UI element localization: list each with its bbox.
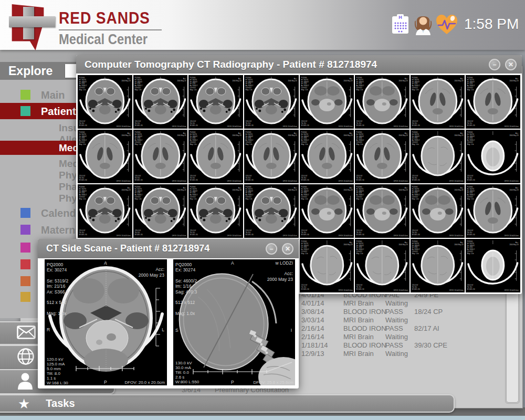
sidebar-item-main[interactable]: Main (0, 87, 86, 103)
brand-title: RED SANDS (59, 8, 150, 28)
ct-thumbnail[interactable]: PQ2000Ex: 30274Se: 4600/2Im: 2/16Ax: S36… (466, 184, 520, 238)
ct-thumbnail[interactable]: PQ2000Ex: 30274Se: 4600/2Im: 2/16Ax: S36… (133, 184, 188, 238)
svg-text:Mag: 1.0x: Mag: 1.0x (301, 253, 308, 255)
ct-thumbnail[interactable]: PQ2000Ex: 30274Se: 4600/2Im: 2/16Ax: S36… (411, 184, 465, 238)
svg-text:PQ2000: PQ2000 (175, 262, 192, 267)
color-bullet-icon (20, 106, 30, 116)
svg-text:Mag: 1.0x: Mag: 1.0x (356, 143, 364, 145)
ct-scan-graphic: PQ2000Ex: 30274Se: 4600/2Im: 2/16Ax: S36… (466, 184, 520, 238)
ct-thumbnail[interactable]: PQ2000Ex: 30274Se: 4600/2Im: 2/16Ax: S36… (78, 184, 132, 238)
ct-thumbnail[interactable]: PQ2000Ex: 30274Se: 4600/2Im: 2/16Ax: S36… (411, 130, 465, 183)
tasks-bar[interactable]: ★ Tasks (0, 394, 455, 413)
hospital-icon[interactable]: H (392, 14, 409, 36)
ct-scan-graphic: PQ2000Ex: 30274Se: 4600/2Im: 2/16Ax: S36… (411, 239, 465, 292)
svg-text:Ex: 30274: Ex: 30274 (175, 267, 196, 272)
svg-text:W:168 L:30: W:168 L:30 (412, 288, 420, 290)
ct-thumbnail[interactable]: PQ2000Ex: 30274Se: 4600/2Im: 2/16Ax: S36… (411, 75, 465, 129)
svg-text:Mag: 1.0x: Mag: 1.0x (412, 253, 419, 255)
star-icon: ★ (18, 397, 30, 411)
svg-text:30.0 mA: 30.0 mA (175, 365, 191, 370)
lateral-scout-graphic: PQ2000Ex: 30274Se: 4600/2Im: 1/16Sag: 47… (173, 259, 295, 385)
minimize-button[interactable]: – (489, 59, 500, 70)
sidebar-item-phy[interactable]: Phy (0, 191, 86, 205)
ct-thumbnail[interactable]: PQ2000Ex: 30274Se: 4600/2Im: 2/16Ax: S36… (355, 184, 410, 238)
ct-window-titlebar[interactable]: Computer Tomography CT Radiography - Pat… (76, 55, 522, 74)
close-button[interactable]: ✕ (505, 59, 517, 70)
svg-text:W:168 L:30: W:168 L:30 (301, 179, 309, 181)
scrollbar-thumb[interactable] (506, 290, 519, 403)
axial-ct-image[interactable]: PQ2000Ex: 30274Se: 5319/2Im: 21/16Ax: S3… (45, 259, 167, 385)
svg-text:Mag: 1.0x: Mag: 1.0x (79, 198, 86, 200)
close-button[interactable]: ✕ (282, 243, 293, 255)
svg-text:2000 May 23: 2000 May 23 (139, 272, 164, 278)
ct-thumbnail[interactable]: PQ2000Ex: 30274Se: 4600/2Im: 2/16Ax: S36… (133, 130, 188, 183)
ct-thumbnail[interactable]: PQ2000Ex: 30274Se: 4600/2Im: 2/16Ax: S36… (188, 184, 243, 238)
sidebar-item-calendar[interactable]: Calendar (0, 205, 86, 221)
ct-thumbnail[interactable]: PQ2000Ex: 30274Se: 4600/2Im: 2/16Ax: S36… (78, 75, 132, 129)
svg-text:A: A (104, 260, 107, 266)
svg-text:Mag: 1.0x: Mag: 1.0x (190, 89, 197, 91)
svg-text:W:168 L:30: W:168 L:30 (190, 179, 198, 181)
svg-text:Acc:: Acc: (155, 267, 164, 272)
lateral-scout-image[interactable]: PQ2000Ex: 30274Se: 4600/2Im: 1/16Sag: 47… (173, 259, 295, 385)
color-bullet-icon (20, 208, 30, 218)
ct-thumbnail[interactable]: PQ2000Ex: 30274Se: 4600/2Im: 2/16Ax: S36… (78, 130, 132, 183)
svg-text:R: R (47, 327, 50, 332)
ct-thumbnail[interactable]: PQ2000Ex: 30274Se: 4600/2Im: 2/16Ax: S36… (188, 130, 243, 183)
ct-thumbnail[interactable]: PQ2000Ex: 30274Se: 4600/2Im: 2/16Ax: S36… (244, 130, 299, 183)
record-status: PASS (385, 341, 403, 349)
ct-scan-graphic: PQ2000Ex: 30274Se: 4600/2Im: 2/16Ax: S36… (133, 75, 188, 129)
ct-thumbnail[interactable]: PQ2000Ex: 30274Se: 4600/2Im: 2/16Ax: S36… (355, 239, 410, 292)
svg-text:DFOV: 20.0x20.0cm: DFOV: 20.0x20.0cm (449, 289, 463, 291)
ct-thumbnail[interactable]: PQ2000Ex: 30274Se: 4600/2Im: 2/16Ax: S36… (244, 184, 299, 238)
sidebar-item-med[interactable]: Med (0, 141, 86, 155)
side-window-title: CT Side Scane - Patient # 812718974 (46, 243, 261, 254)
svg-text:2000 May 23: 2000 May 23 (399, 189, 408, 191)
svg-text:Mag: 1.0x: Mag: 1.0x (245, 198, 253, 200)
svg-text:Im: 21/16: Im: 21/16 (47, 284, 66, 289)
heart-pulse-icon[interactable] (436, 14, 458, 37)
svg-text:512 x 512: 512 x 512 (175, 300, 195, 305)
svg-text:H: H (398, 15, 402, 20)
ct-thumbnail[interactable]: PQ2000Ex: 30274Se: 4600/2Im: 2/16Ax: S36… (188, 75, 243, 129)
svg-text:2000 May 23: 2000 May 23 (454, 244, 464, 246)
user-icon (17, 372, 34, 392)
doctor-icon[interactable] (414, 14, 433, 37)
record-date: 3/08/14 (301, 308, 324, 316)
svg-text:2000 May 23: 2000 May 23 (288, 80, 297, 82)
ct-thumbnail[interactable]: PQ2000Ex: 30274Se: 4600/2Im: 2/16Ax: S36… (300, 130, 354, 183)
svg-text:Se: 4600/2: Se: 4600/2 (175, 278, 197, 284)
ct-thumbnail[interactable]: PQ2000Ex: 30274Se: 4600/2Im: 2/16Ax: S36… (466, 75, 520, 129)
svg-text:W:168 L:30: W:168 L:30 (134, 124, 143, 127)
ct-thumbnail[interactable]: PQ2000Ex: 30274Se: 4600/2Im: 2/16Ax: S36… (300, 75, 354, 129)
ct-thumbnail[interactable]: PQ2000Ex: 30274Se: 4600/2Im: 2/16Ax: S36… (466, 239, 520, 292)
bottom-strip (0, 416, 525, 420)
record-test: BLOOD IRON (343, 341, 386, 349)
svg-text:DFOV: 20.0x20.0cm: DFOV: 20.0x20.0cm (394, 125, 408, 128)
ct-thumbnail[interactable]: PQ2000Ex: 30274Se: 4600/2Im: 2/16Ax: S36… (355, 130, 410, 183)
side-window-titlebar[interactable]: CT Side Scane - Patient # 812718974 – ✕ (38, 239, 299, 258)
sidebar-item-patient[interactable]: Patient (0, 103, 86, 119)
svg-text:120.0 kV: 120.0 kV (47, 357, 64, 362)
ct-thumbnail[interactable]: PQ2000Ex: 30274Se: 4600/2Im: 2/16Ax: S36… (300, 184, 354, 238)
svg-text:PQ2000: PQ2000 (47, 262, 63, 267)
svg-text:2000 May 23: 2000 May 23 (267, 277, 293, 282)
record-date: 3/03/14 (301, 316, 324, 324)
ct-thumbnail[interactable]: PQ2000Ex: 30274Se: 4600/2Im: 2/16Ax: S36… (133, 75, 188, 129)
ct-thumbnail[interactable]: PQ2000Ex: 30274Se: 4600/2Im: 2/16Ax: S36… (411, 239, 465, 292)
svg-text:Mag: 1.0x: Mag: 1.0x (79, 143, 86, 145)
svg-text:P: P (104, 380, 107, 385)
ct-thumbnail[interactable]: PQ2000Ex: 30274Se: 4600/2Im: 2/16Ax: S36… (244, 75, 299, 129)
ct-scan-graphic: PQ2000Ex: 30274Se: 4600/2Im: 2/16Ax: S36… (244, 184, 299, 238)
minimize-button[interactable]: – (266, 243, 277, 255)
svg-text:DFOV: 20.0x20.0cm: DFOV: 20.0x20.0cm (227, 235, 242, 237)
svg-text:Mag: 1.0x: Mag: 1.0x (134, 89, 142, 91)
ct-thumbnail[interactable]: PQ2000Ex: 30274Se: 4600/2Im: 2/16Ax: S36… (300, 239, 354, 292)
svg-text:W:168 L:30: W:168 L:30 (412, 124, 420, 127)
ct-thumbnail[interactable]: PQ2000Ex: 30274Se: 4600/2Im: 2/16Ax: S36… (466, 130, 520, 183)
svg-text:Mag: 1.0x: Mag: 1.0x (301, 198, 308, 200)
svg-text:Mag: 1.0x: Mag: 1.0x (190, 143, 197, 145)
sidebar-item-maternity[interactable]: Maternity (0, 222, 86, 238)
ct-thumbnail[interactable]: PQ2000Ex: 30274Se: 4600/2Im: 2/16Ax: S36… (355, 75, 410, 129)
ct-scan-graphic: PQ2000Ex: 30274Se: 4600/2Im: 2/16Ax: S36… (466, 130, 520, 183)
